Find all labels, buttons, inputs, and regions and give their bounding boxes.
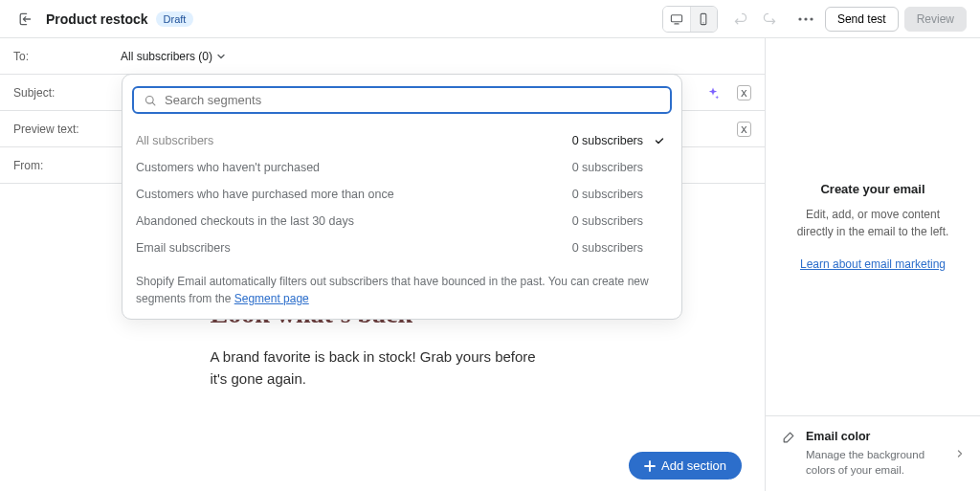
learn-marketing-link[interactable]: Learn about email marketing xyxy=(800,257,946,271)
redo-button[interactable] xyxy=(762,11,777,27)
top-actions: Send test Review xyxy=(662,6,967,33)
add-section-label: Add section xyxy=(661,458,726,473)
right-panel-info: Create your email Edit, add, or move con… xyxy=(766,38,980,415)
svg-point-4 xyxy=(804,17,807,20)
svg-point-6 xyxy=(145,96,153,103)
back-icon xyxy=(17,11,33,27)
chevron-down-icon xyxy=(216,52,226,61)
segment-note-text: Shopify Email automatically filters out … xyxy=(136,275,649,305)
mobile-icon xyxy=(697,12,710,26)
to-label: To: xyxy=(13,50,121,63)
segment-count: 0 subscribers xyxy=(572,188,643,201)
email-body-text[interactable]: A brand favorite is back in stock! Grab … xyxy=(211,346,555,390)
search-icon xyxy=(144,94,157,107)
viewport-toggle xyxy=(662,6,718,33)
topbar: Product restock Draft Send test Review xyxy=(0,0,980,38)
segment-option[interactable]: Customers who haven't purchased 0 subscr… xyxy=(132,154,672,181)
segment-page-link[interactable]: Segment page xyxy=(234,292,309,305)
card-desc: Manage the background colors of your ema… xyxy=(806,447,946,478)
segment-name: Customers who haven't purchased xyxy=(136,161,320,174)
segment-name: All subscribers xyxy=(136,134,213,147)
segment-name: Customers who have purchased more than o… xyxy=(136,188,394,201)
segment-popover: All subscribers 0 subscribers Customers … xyxy=(122,74,682,320)
segment-option[interactable]: Abandoned checkouts in the last 30 days … xyxy=(132,208,672,234)
insert-variable-button[interactable]: x xyxy=(737,85,751,100)
right-panel: Create your email Edit, add, or move con… xyxy=(766,38,980,491)
segment-name: Abandoned checkouts in the last 30 days xyxy=(136,214,354,228)
segment-note: Shopify Email automatically filters out … xyxy=(132,273,672,307)
more-actions-button[interactable] xyxy=(792,7,819,32)
svg-point-2 xyxy=(703,22,704,23)
segment-option[interactable]: All subscribers 0 subscribers xyxy=(132,127,672,154)
chevron-right-icon xyxy=(955,449,965,458)
check-icon xyxy=(653,134,668,147)
preview-text-label: Preview text: xyxy=(13,123,121,136)
desktop-view-button[interactable] xyxy=(663,7,690,32)
segment-count: 0 subscribers xyxy=(572,134,643,147)
to-dropdown[interactable]: All subscribers (0) xyxy=(121,50,226,63)
email-content[interactable]: Look what's back A brand favorite is bac… xyxy=(182,299,584,491)
status-badge: Draft xyxy=(156,11,194,27)
segment-search-input[interactable] xyxy=(165,93,660,107)
ai-suggest-button[interactable] xyxy=(706,86,720,100)
from-label: From: xyxy=(13,159,121,172)
add-section-button[interactable]: Add section xyxy=(629,452,742,480)
right-desc: Edit, add, or move content directly in t… xyxy=(791,206,955,240)
to-row: To: All subscribers (0) xyxy=(0,38,765,75)
page-title: Product restock xyxy=(46,11,148,27)
segment-count: 0 subscribers xyxy=(572,241,643,255)
back-button[interactable] xyxy=(13,8,36,31)
to-value: All subscribers (0) xyxy=(121,50,212,63)
subject-label: Subject: xyxy=(13,86,121,100)
segment-name: Email subscribers xyxy=(136,241,231,255)
undo-button[interactable] xyxy=(733,11,748,27)
redo-icon xyxy=(762,11,777,27)
svg-rect-0 xyxy=(671,14,681,21)
segment-option[interactable]: Email subscribers 0 subscribers xyxy=(132,234,672,261)
right-title: Create your email xyxy=(820,182,924,196)
paint-icon xyxy=(781,430,796,478)
mobile-view-button[interactable] xyxy=(690,7,717,32)
plus-icon xyxy=(644,460,656,472)
segment-count: 0 subscribers xyxy=(572,214,643,228)
svg-point-3 xyxy=(798,17,801,20)
card-title: Email color xyxy=(806,430,946,443)
undo-icon xyxy=(733,11,748,27)
review-button[interactable]: Review xyxy=(904,7,967,32)
main-editor: To: All subscribers (0) Subject: x Previ… xyxy=(0,38,766,491)
segment-search[interactable] xyxy=(132,86,672,114)
more-icon xyxy=(798,17,813,21)
svg-point-5 xyxy=(810,17,813,20)
send-test-button[interactable]: Send test xyxy=(825,7,899,32)
email-color-card[interactable]: Email color Manage the background colors… xyxy=(766,415,980,491)
insert-variable-button-2[interactable]: x xyxy=(737,122,751,137)
segment-count: 0 subscribers xyxy=(572,161,643,174)
undo-redo-group xyxy=(733,11,777,27)
segment-option[interactable]: Customers who have purchased more than o… xyxy=(132,181,672,208)
sparkle-icon xyxy=(706,86,720,100)
desktop-icon xyxy=(670,12,683,26)
